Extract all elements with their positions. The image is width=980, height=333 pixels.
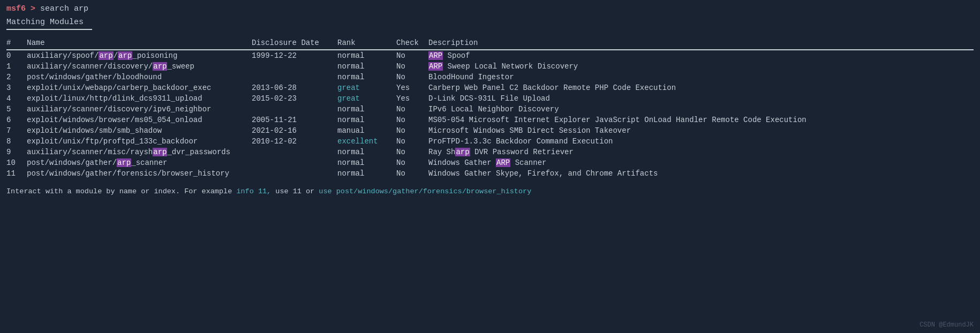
cell-description: ARP Spoof	[428, 50, 974, 61]
cell-check: No	[396, 50, 428, 61]
cell-check: No	[396, 147, 428, 157]
cell-num: 8	[6, 136, 27, 147]
table-row: 3exploit/unix/webapp/carberp_backdoor_ex…	[6, 82, 974, 93]
table-row: 2post/windows/gather/bloodhoundnormalNoB…	[6, 72, 974, 82]
cell-description: ProFTPD-1.3.3c Backdoor Command Executio…	[428, 136, 974, 147]
cell-description: Microsoft Windows SMB Direct Session Tak…	[428, 125, 974, 136]
cell-rank: normal	[337, 72, 396, 82]
cell-rank: normal	[337, 147, 396, 157]
prompt-command: search arp	[35, 4, 88, 13]
col-header-num: #	[6, 39, 27, 50]
cell-check: No	[396, 125, 428, 136]
cell-description: Ray Sharp DVR Password Retriever	[428, 147, 974, 157]
cell-num: 3	[6, 82, 27, 93]
cell-date: 2013-06-28	[252, 82, 337, 93]
cell-date: 1999-12-22	[252, 50, 337, 61]
cell-rank: manual	[337, 125, 396, 136]
cell-date: 2005-11-21	[252, 115, 337, 125]
cell-name: exploit/windows/browser/ms05_054_onload	[27, 115, 252, 125]
footer-link1: info 11,	[236, 187, 271, 195]
table-row: 7exploit/windows/smb/smb_shadow2021-02-1…	[6, 125, 974, 136]
cell-name: auxiliary/scanner/discovery/arp_sweep	[27, 61, 252, 72]
cell-description: ARP Sweep Local Network Discovery	[428, 61, 974, 72]
cell-name: auxiliary/scanner/misc/raysharp_dvr_pass…	[27, 147, 252, 157]
col-header-name: Name	[27, 39, 252, 50]
cell-num: 0	[6, 50, 27, 61]
cell-num: 11	[6, 168, 27, 179]
modules-table: # Name Disclosure Date Rank Check Descri…	[6, 39, 974, 179]
cell-name: exploit/windows/smb/smb_shadow	[27, 125, 252, 136]
section-title: Matching Modules	[6, 18, 974, 27]
table-row: 0auxiliary/spoof/arp/arp_poisoning1999-1…	[6, 50, 974, 61]
cell-name: exploit/unix/ftp/proftpd_133c_backdoor	[27, 136, 252, 147]
cell-name: exploit/linux/http/dlink_dcs931l_upload	[27, 93, 252, 104]
cell-num: 7	[6, 125, 27, 136]
prompt-prefix: msf6 >	[6, 4, 35, 13]
table-row: 1auxiliary/scanner/discovery/arp_sweepno…	[6, 61, 974, 72]
cell-date	[252, 157, 337, 168]
cell-num: 9	[6, 147, 27, 157]
footer-text2: use 11	[271, 187, 306, 195]
cell-num: 2	[6, 72, 27, 82]
table-row: 11post/windows/gather/forensics/browser_…	[6, 168, 974, 179]
cell-check: No	[396, 61, 428, 72]
cell-description: Carberp Web Panel C2 Backdoor Remote PHP…	[428, 82, 974, 93]
cell-date	[252, 168, 337, 179]
table-header-row: # Name Disclosure Date Rank Check Descri…	[6, 39, 974, 50]
cell-description: Windows Gather Skype, Firefox, and Chrom…	[428, 168, 974, 179]
section-underline	[6, 29, 92, 30]
cell-check: No	[396, 136, 428, 147]
table-row: 8exploit/unix/ftp/proftpd_133c_backdoor2…	[6, 136, 974, 147]
cell-rank: normal	[337, 115, 396, 125]
cell-description: D-Link DCS-931L File Upload	[428, 93, 974, 104]
cell-rank: great	[337, 82, 396, 93]
cell-description: MS05-054 Microsoft Internet Explorer Jav…	[428, 115, 974, 125]
cell-date: 2015-02-23	[252, 93, 337, 104]
table-row: 6exploit/windows/browser/ms05_054_onload…	[6, 115, 974, 125]
cell-rank: normal	[337, 157, 396, 168]
cell-check: Yes	[396, 93, 428, 104]
cell-rank: normal	[337, 61, 396, 72]
cell-rank: normal	[337, 104, 396, 115]
table-row: 4exploit/linux/http/dlink_dcs931l_upload…	[6, 93, 974, 104]
watermark: CSDN @EdmundJK	[919, 321, 974, 329]
cell-check: No	[396, 157, 428, 168]
cell-num: 5	[6, 104, 27, 115]
cell-date: 2021-02-16	[252, 125, 337, 136]
cell-check: No	[396, 115, 428, 125]
cell-check: No	[396, 168, 428, 179]
cell-date	[252, 104, 337, 115]
cell-name: post/windows/gather/forensics/browser_hi…	[27, 168, 252, 179]
cell-rank: normal	[337, 168, 396, 179]
cell-num: 6	[6, 115, 27, 125]
col-header-rank: Rank	[337, 39, 396, 50]
cell-date	[252, 72, 337, 82]
cell-name: post/windows/gather/arp_scanner	[27, 157, 252, 168]
table-row: 10post/windows/gather/arp_scannernormalN…	[6, 157, 974, 168]
cell-rank: normal	[337, 50, 396, 61]
table-row: 9auxiliary/scanner/misc/raysharp_dvr_pas…	[6, 147, 974, 157]
cell-check: Yes	[396, 82, 428, 93]
cell-description: Windows Gather ARP Scanner	[428, 157, 974, 168]
footer: Interact with a module by name or index.…	[6, 187, 974, 195]
cell-description: BloodHound Ingestor	[428, 72, 974, 82]
cell-name: exploit/unix/webapp/carberp_backdoor_exe…	[27, 82, 252, 93]
cell-name: auxiliary/scanner/discovery/ipv6_neighbo…	[27, 104, 252, 115]
cell-name: auxiliary/spoof/arp/arp_poisoning	[27, 50, 252, 61]
col-header-description: Description	[428, 39, 974, 50]
cell-rank: great	[337, 93, 396, 104]
footer-text1: Interact with a module by name or index.…	[6, 187, 236, 195]
cell-name: post/windows/gather/bloodhound	[27, 72, 252, 82]
cell-num: 4	[6, 93, 27, 104]
col-header-check: Check	[396, 39, 428, 50]
cell-num: 10	[6, 157, 27, 168]
cell-description: IPv6 Local Neighbor Discovery	[428, 104, 974, 115]
col-header-date: Disclosure Date	[252, 39, 337, 50]
footer-text3: or	[306, 187, 319, 195]
table-row: 5auxiliary/scanner/discovery/ipv6_neighb…	[6, 104, 974, 115]
cell-date: 2010-12-02	[252, 136, 337, 147]
cell-check: No	[396, 72, 428, 82]
footer-link2: use post/windows/gather/forensics/browse…	[319, 187, 531, 195]
cell-num: 1	[6, 61, 27, 72]
cell-date	[252, 147, 337, 157]
